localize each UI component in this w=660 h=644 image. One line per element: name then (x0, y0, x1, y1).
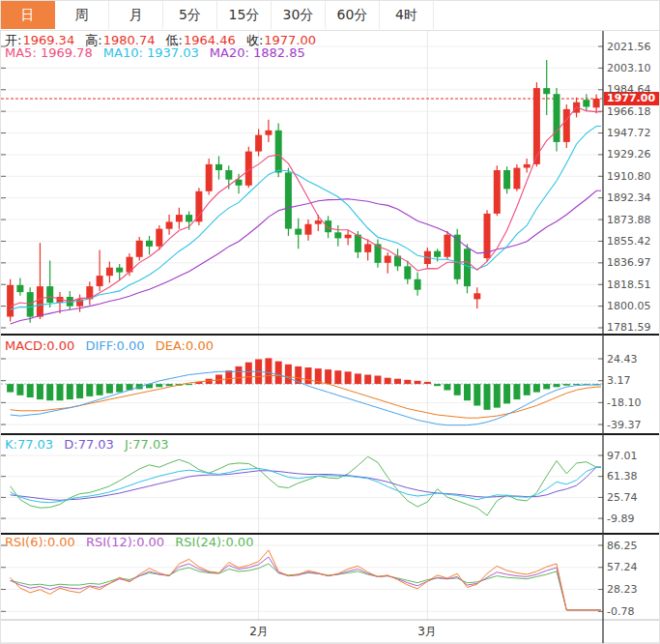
tab-30min[interactable]: 30分 (272, 1, 326, 29)
trading-chart-app: 日周月5分15分30分60分4时 开:1969.34 高:1980.74 低:1… (0, 0, 660, 644)
tab-day[interactable]: 日 (1, 1, 55, 29)
tab-5min[interactable]: 5分 (163, 1, 217, 29)
tab-4hour[interactable]: 4时 (380, 1, 434, 29)
tab-week[interactable]: 周 (55, 1, 109, 29)
tab-month[interactable]: 月 (109, 1, 163, 29)
price-panel[interactable] (1, 30, 602, 335)
kdj-panel[interactable] (1, 435, 602, 533)
tab-15min[interactable]: 15分 (217, 1, 272, 29)
macd-panel[interactable] (1, 336, 602, 433)
tab-60min[interactable]: 60分 (326, 1, 380, 29)
rsi-panel[interactable] (1, 535, 602, 619)
period-tabbar: 日周月5分15分30分60分4时 (1, 1, 660, 31)
